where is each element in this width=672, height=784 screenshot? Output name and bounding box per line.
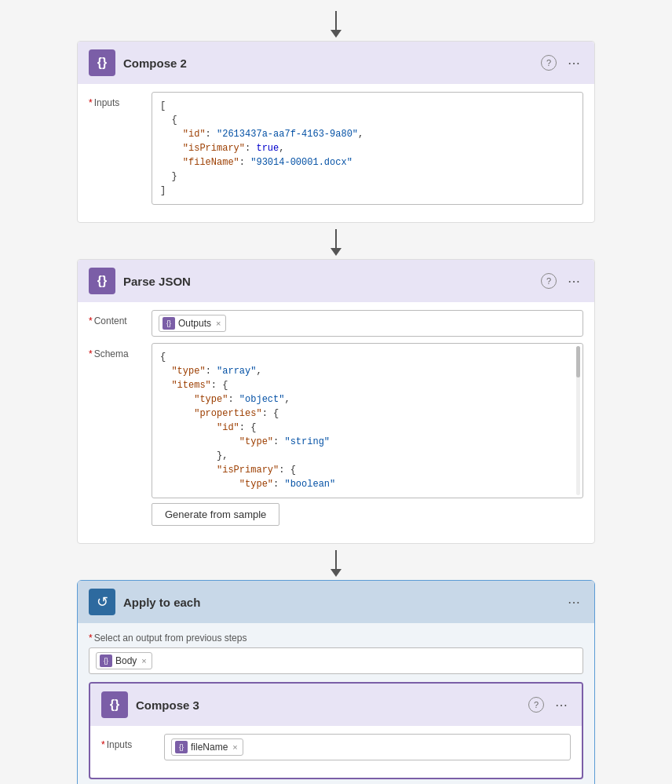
compose-2-help-btn[interactable]: ?	[541, 55, 557, 71]
schema-scrollbar-thumb[interactable]	[576, 346, 580, 377]
parse-json-title: Parse JSON	[123, 275, 541, 288]
compose-3-inputs-label: *Inputs	[101, 734, 164, 750]
compose-3-inputs-field: {} fileName ×	[164, 734, 571, 760]
parse-json-schema-field: { "type": "array", "items": { "type": "o…	[152, 343, 583, 526]
parse-json-more-btn[interactable]: ⋯	[564, 272, 583, 290]
apply-to-each-icon: ↺	[89, 589, 115, 615]
compose-3-title: Compose 3	[136, 698, 528, 712]
filename-chip: {} fileName ×	[171, 738, 243, 756]
compose-2-code-box[interactable]: [ { "id": "2613437a-aa7f-4163-9a80", "is…	[152, 92, 583, 205]
compose-2-inputs-label: *Inputs	[89, 92, 152, 108]
compose2-line3: "id": "2613437a-aa7f-4163-9a80",	[160, 127, 575, 141]
parse-json-header: {} Parse JSON ? ⋯	[78, 260, 594, 302]
compose-3-help-btn[interactable]: ?	[528, 697, 544, 713]
outputs-chip-label: Outputs	[178, 318, 211, 329]
compose-2-inputs-row: *Inputs [ { "id": "2613437a-aa7f-4163-9a…	[89, 92, 583, 205]
outputs-chip: {} Outputs ×	[159, 315, 226, 332]
compose-2-actions: ? ⋯	[541, 53, 583, 72]
generate-from-sample-button[interactable]: Generate from sample	[152, 503, 279, 526]
parse-json-help-btn[interactable]: ?	[541, 273, 557, 289]
compose-2-inputs-content: [ { "id": "2613437a-aa7f-4163-9a80", "is…	[152, 92, 583, 205]
compose-3-inputs-row: *Inputs {} fileName ×	[101, 734, 571, 760]
apply-to-each-header: ↺ Apply to each ⋯	[78, 581, 594, 623]
parse-json-content-row: *Content {} Outputs ×	[89, 310, 583, 337]
compose-3-body: *Inputs {} fileName ×	[90, 726, 582, 778]
parse-json-actions: ? ⋯	[541, 272, 583, 290]
compose-2-icon: {}	[89, 49, 115, 76]
parse-json-icon: {}	[89, 268, 115, 294]
parse-json-body: *Content {} Outputs × *Schema	[78, 302, 594, 543]
compose-2-card: {} Compose 2 ? ⋯ *Inputs [ { "id": "2613…	[77, 41, 595, 223]
compose-2-more-btn[interactable]: ⋯	[564, 53, 583, 72]
schema-scrollbar-track	[576, 346, 580, 495]
apply-to-each-card: ↺ Apply to each ⋯ *Select an output from…	[77, 580, 595, 784]
body-chip: {} Body ×	[96, 652, 152, 669]
outputs-chip-remove[interactable]: ×	[216, 319, 221, 328]
apply-icon-symbol: ↺	[97, 593, 108, 611]
body-chip-label: Body	[115, 655, 137, 666]
compose-2-title: Compose 2	[123, 57, 541, 70]
apply-to-each-body: *Select an output from previous steps {}…	[78, 623, 594, 784]
outputs-chip-icon: {}	[163, 317, 175, 330]
parse-json-content-input[interactable]: {} Outputs ×	[152, 310, 583, 337]
parse-json-content-field: {} Outputs ×	[152, 310, 583, 337]
parse-json-content-label: *Content	[89, 310, 152, 326]
compose-3-icon: {}	[101, 691, 128, 718]
filename-chip-icon: {}	[175, 741, 188, 753]
parse-json-card: {} Parse JSON ? ⋯ *Content {} Outputs	[77, 259, 595, 544]
compose-2-header: {} Compose 2 ? ⋯	[78, 42, 594, 84]
apply-to-each-actions: ⋯	[564, 593, 583, 611]
compose-3-inputs-input[interactable]: {} fileName ×	[164, 734, 571, 760]
apply-to-each-more-btn[interactable]: ⋯	[564, 593, 583, 611]
apply-output-input[interactable]: {} Body ×	[89, 647, 583, 674]
compose2-line4: "isPrimary": true,	[160, 141, 575, 155]
body-chip-icon: {}	[100, 655, 112, 667]
arrow-3	[331, 550, 341, 577]
filename-chip-label: fileName	[191, 742, 228, 753]
compose-2-body: *Inputs [ { "id": "2613437a-aa7f-4163-9a…	[78, 84, 594, 222]
parse-json-schema-row: *Schema { "type": "array", "items": { "t…	[89, 343, 583, 526]
compose2-line5: "fileName": "93014-00001.docx"	[160, 155, 575, 170]
parse-json-schema-box[interactable]: { "type": "array", "items": { "type": "o…	[152, 343, 583, 498]
top-arrow	[331, 11, 341, 38]
compose-3-card: {} Compose 3 ? ⋯ *Inputs	[89, 682, 583, 779]
filename-chip-remove[interactable]: ×	[232, 742, 237, 752]
apply-select-label: *Select an output from previous steps	[89, 633, 583, 644]
body-chip-remove[interactable]: ×	[141, 656, 146, 665]
compose2-line7: ]	[160, 184, 575, 198]
compose2-line6: }	[160, 170, 575, 184]
compose2-line1: [	[160, 99, 575, 113]
compose2-line2: {	[160, 113, 575, 127]
compose-3-header: {} Compose 3 ? ⋯	[90, 684, 582, 726]
compose-3-actions: ? ⋯	[528, 695, 571, 714]
arrow-2	[331, 229, 341, 256]
parse-json-schema-label: *Schema	[89, 343, 152, 359]
compose-3-more-btn[interactable]: ⋯	[552, 695, 571, 714]
apply-to-each-title: Apply to each	[123, 596, 564, 609]
